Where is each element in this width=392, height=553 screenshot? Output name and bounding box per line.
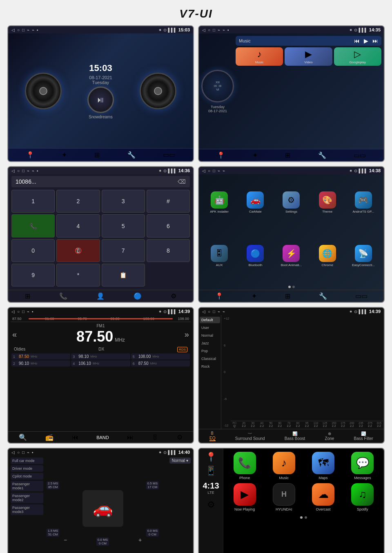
nav-icon[interactable]: 📍: [26, 151, 34, 159]
eq-normal[interactable]: Normal: [200, 332, 220, 339]
back-icon-5[interactable]: ◁: [11, 309, 15, 314]
key-6[interactable]: 6: [147, 214, 190, 237]
key-2[interactable]: 2: [56, 190, 100, 213]
app-boot-anim[interactable]: ⚡ Boot Animati...: [275, 231, 307, 281]
carplay-hyundai[interactable]: H HYUNDAI: [266, 483, 302, 511]
tools-icon[interactable]: 🔧: [127, 151, 136, 159]
preset-6[interactable]: 6 87.50 MHz: [131, 360, 190, 366]
bass-boost-tab[interactable]: 📊 Bass Boost: [285, 431, 305, 441]
media-icon-4[interactable]: ▭▭: [355, 292, 368, 300]
recents-icon-5[interactable]: □: [22, 309, 24, 314]
carplay-phone-icon[interactable]: 📱: [205, 466, 216, 476]
bt-icon-2[interactable]: ✦: [252, 151, 258, 159]
eq-icon-5[interactable]: 🎚: [152, 434, 158, 441]
home-icon-7[interactable]: ○: [17, 450, 20, 455]
back-icon-3[interactable]: ◁: [11, 169, 15, 173]
apps-icon-4[interactable]: ⊞: [285, 292, 290, 300]
key-8[interactable]: 8: [147, 239, 190, 262]
prev-icon-5[interactable]: ⏮: [72, 434, 78, 441]
zone-pass3[interactable]: Passenger mode3: [11, 504, 43, 515]
bass-filter-tab[interactable]: 📉 Bass Filter: [354, 431, 373, 441]
surround-tab[interactable]: 〰 Surround Sound: [235, 431, 265, 441]
plus-button[interactable]: +: [138, 537, 142, 546]
delete-button[interactable]: ⌫: [178, 178, 186, 185]
recents-icon[interactable]: □: [22, 28, 24, 32]
key-contacts[interactable]: 📋: [102, 264, 145, 286]
eq-classical[interactable]: Classical: [200, 355, 220, 362]
dialpad-icon[interactable]: ⊞: [25, 292, 30, 300]
call-button[interactable]: 📞: [11, 214, 55, 237]
carplay-music[interactable]: ♪ Music: [266, 452, 302, 480]
app-android-gp[interactable]: 🎮 AndroiTS GP...: [347, 178, 380, 228]
mode-select[interactable]: Normal ▾: [169, 458, 191, 464]
media-icon-2[interactable]: ▭▭: [354, 151, 366, 159]
back-icon-6[interactable]: ◁: [202, 309, 205, 314]
eq-rock[interactable]: Rock: [200, 363, 220, 370]
next-icon-5[interactable]: ⏭: [127, 434, 134, 441]
preset-2[interactable]: 2 90.10 MHz: [11, 360, 70, 366]
zone-driver[interactable]: Driver mode: [11, 465, 43, 472]
carplay-now-playing[interactable]: ▶ Now Playing: [227, 483, 263, 511]
recents-icon-7[interactable]: □: [22, 450, 24, 455]
key-5[interactable]: 5: [102, 214, 145, 237]
bt-icon-4[interactable]: ✦: [252, 292, 257, 300]
next-icon[interactable]: ⏭: [372, 38, 378, 44]
preset-4[interactable]: 4 106.10 MHz: [71, 360, 130, 366]
nav-icon-4[interactable]: 📍: [215, 292, 223, 300]
home-icon-2[interactable]: ○: [208, 28, 210, 32]
key-star[interactable]: *: [56, 264, 100, 286]
carplay-maps[interactable]: 🗺 Maps: [305, 452, 341, 480]
app-easy-connect[interactable]: 📡 EasyConnecti...: [347, 231, 380, 281]
tools-icon-4[interactable]: 🔧: [319, 292, 327, 300]
recents-icon-2[interactable]: □: [213, 28, 215, 32]
eq-jazz[interactable]: Jazz: [200, 340, 220, 346]
contacts-icon[interactable]: 👤: [96, 292, 105, 300]
prev-band[interactable]: «: [12, 330, 17, 339]
nav-icon-2[interactable]: 📍: [217, 151, 225, 159]
settings-icon[interactable]: ⚙: [171, 292, 176, 300]
zone-pass2[interactable]: Passenger mode2: [11, 493, 43, 503]
eq-tab[interactable]: 🎚 EQ: [209, 431, 215, 441]
recents-icon-6[interactable]: □: [213, 309, 215, 314]
app-video[interactable]: ▶ Video: [285, 47, 332, 66]
key-hash[interactable]: #: [147, 190, 190, 213]
key-0[interactable]: 0: [11, 239, 55, 262]
preset-5[interactable]: 5 108.00 MHz: [131, 353, 190, 360]
carplay-nav-icon[interactable]: 📍: [205, 452, 216, 462]
back-icon-7[interactable]: ◁: [11, 450, 15, 455]
app-googleplay[interactable]: ▷ Googleplay: [334, 47, 381, 66]
zone-pass1[interactable]: Passenger mode1: [11, 481, 43, 491]
home-icon-6[interactable]: ○: [208, 309, 210, 314]
play-icon2[interactable]: ▶: [364, 38, 368, 44]
preset-1[interactable]: 1 87.50 MHz: [11, 353, 70, 360]
key-3[interactable]: 3: [102, 190, 145, 213]
bt-icon[interactable]: ✦: [62, 151, 67, 159]
carplay-overcast[interactable]: ☁ Overcast: [305, 483, 341, 511]
bt-call-icon[interactable]: 🔵: [134, 292, 142, 300]
band-button[interactable]: BAND: [96, 435, 109, 440]
key-1[interactable]: 1: [11, 190, 55, 213]
key-9[interactable]: 9: [11, 264, 55, 286]
scan-icon[interactable]: 📻: [45, 433, 53, 441]
app-settings[interactable]: ⚙ Settings: [275, 178, 307, 228]
home-icon-5[interactable]: ○: [17, 309, 20, 314]
key-4[interactable]: 4: [56, 214, 100, 237]
zone-full-car[interactable]: Full car mode: [11, 458, 43, 464]
carplay-phone[interactable]: 📞 Phone: [227, 452, 263, 480]
call-log-icon[interactable]: 📞: [59, 292, 67, 300]
tools-icon-2[interactable]: 🔧: [318, 151, 326, 159]
next-band[interactable]: »: [185, 330, 189, 339]
carplay-settings-icon[interactable]: ⚙: [207, 500, 215, 510]
play-button[interactable]: ⏯: [87, 87, 114, 113]
home-icon-3[interactable]: ○: [17, 169, 20, 173]
eq-default[interactable]: Default: [200, 317, 220, 323]
eq-user[interactable]: User: [200, 324, 220, 331]
zone-copilot[interactable]: Cpilot mode: [11, 473, 43, 480]
home-icon[interactable]: ○: [17, 28, 20, 32]
search-icon[interactable]: 🔍: [19, 433, 27, 441]
app-carmate[interactable]: 🚗 CarMate: [239, 178, 272, 228]
back-icon[interactable]: ◁: [11, 28, 15, 32]
prev-icon[interactable]: ⏮: [354, 38, 360, 44]
app-theme[interactable]: 🎨 Theme: [311, 178, 344, 228]
recents-icon-4[interactable]: □: [213, 169, 215, 173]
